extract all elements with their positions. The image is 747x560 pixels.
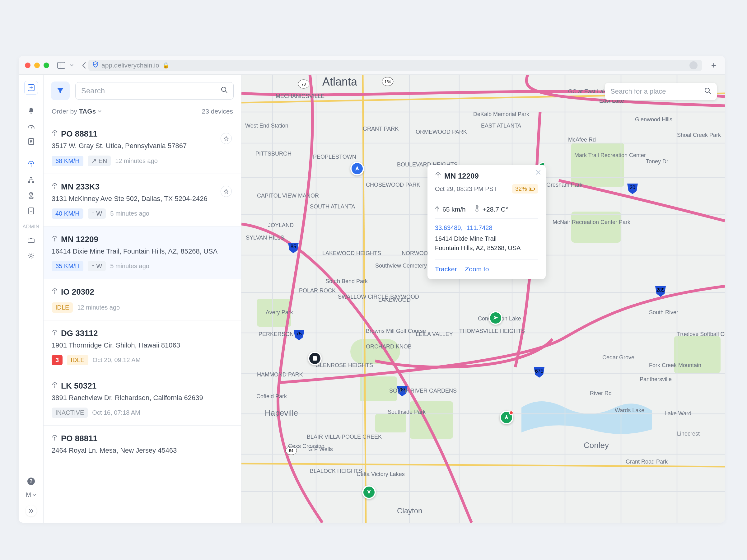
device-search-input[interactable] <box>81 86 221 95</box>
time-ago: Oct 16, 07:18 AM <box>92 409 140 416</box>
alert-count-badge: 3 <box>52 355 62 365</box>
svg-line-26 <box>226 91 227 93</box>
svg-text:McNair Recreation Center Park: McNair Recreation Center Park <box>552 219 630 225</box>
speed-tag: 40 KM/H <box>52 208 83 219</box>
nav-geofence[interactable] <box>24 188 38 202</box>
reader-mode-icon[interactable] <box>690 61 698 69</box>
popup-coords[interactable]: 33.63489, -111.7428 <box>435 224 538 231</box>
device-count: 23 devices <box>202 108 233 115</box>
device-search[interactable] <box>75 82 234 100</box>
device-row[interactable]: PO 88811 2464 Royal Ln. Mesa, New Jersey… <box>44 425 241 462</box>
browser-chrome: app.deliverychain.io 🔒 + <box>19 56 725 75</box>
device-id: PO 88811 <box>61 434 97 443</box>
inactive-tag: INACTIVE <box>52 408 88 418</box>
nav-documents[interactable] <box>24 204 38 218</box>
admin-section-label: ADMIN <box>22 224 39 230</box>
map-search-input[interactable] <box>611 87 704 96</box>
svg-text:Clayton: Clayton <box>397 507 422 515</box>
nav-notifications[interactable] <box>24 104 38 117</box>
device-row[interactable]: DG 33112 1901 Thornridge Cir. Shiloh, Ha… <box>44 320 241 373</box>
popup-speed: 65 km/h <box>442 206 466 213</box>
signal-icon <box>52 287 58 297</box>
map-marker-ok[interactable] <box>489 311 503 325</box>
map-marker-south[interactable] <box>362 485 376 499</box>
direction-tag: ↑ W <box>88 261 106 271</box>
nav-admin-devices[interactable] <box>24 233 38 247</box>
time-ago: Oct 20, 09:12 AM <box>93 357 141 364</box>
user-initial: M <box>26 491 31 499</box>
help-button[interactable]: ? <box>24 475 38 488</box>
nav-hierarchy[interactable] <box>24 173 38 187</box>
signal-icon <box>52 129 58 139</box>
battery-badge: 32% <box>512 184 538 194</box>
svg-text:LEILA VALLEY: LEILA VALLEY <box>416 331 453 337</box>
maximize-window-icon[interactable] <box>44 62 49 68</box>
order-by-toggle[interactable]: Order by TAGs <box>52 108 101 115</box>
device-row[interactable]: IO 20302 IDLE12 minutes ago <box>44 279 241 320</box>
svg-text:Toney Dr: Toney Dr <box>646 158 668 164</box>
svg-text:THOMASVILLE HEIGHTS: THOMASVILLE HEIGHTS <box>459 328 525 334</box>
map-marker-stopped[interactable] <box>308 352 322 365</box>
time-ago: 5 minutes ago <box>110 210 149 217</box>
add-button[interactable] <box>24 81 38 95</box>
filter-button[interactable] <box>51 81 70 100</box>
sidebar-toggle-icon[interactable] <box>57 62 73 69</box>
minimize-window-icon[interactable] <box>34 62 40 68</box>
nav-tracking[interactable] <box>24 157 38 171</box>
nav-dashboard[interactable] <box>24 119 38 133</box>
site-shield-icon <box>93 61 98 69</box>
device-row[interactable]: LK 50321 3891 Ranchview Dr. Richardson, … <box>44 373 241 425</box>
device-row[interactable]: PO 88811 3517 W. Gray St. Utica, Pennsyl… <box>44 121 241 174</box>
device-address: 3891 Ranchview Dr. Richardson, Californi… <box>52 394 233 402</box>
order-by-value: TAGs <box>79 108 96 115</box>
svg-text:285: 285 <box>656 287 665 293</box>
popup-zoom-link[interactable]: Zoom to <box>465 265 489 273</box>
svg-text:Hapeville: Hapeville <box>265 408 298 417</box>
device-address: 3517 W. Gray St. Utica, Pennsylvania 578… <box>52 142 233 150</box>
svg-text:LAKEWOOD HEIGHTS: LAKEWOOD HEIGHTS <box>322 250 381 256</box>
device-address: 16414 Dixie Mine Trail, Fountain Hills, … <box>52 247 233 255</box>
new-tab-button[interactable]: + <box>709 60 719 70</box>
svg-point-37 <box>54 384 55 385</box>
user-menu[interactable]: M <box>26 491 36 499</box>
svg-text:West End Station: West End Station <box>245 123 288 129</box>
svg-text:Southside Park: Southside Park <box>388 409 426 415</box>
svg-text:SYLVAN HILLS: SYLVAN HILLS <box>246 235 284 241</box>
map-search[interactable] <box>605 83 717 100</box>
device-row[interactable]: MN 233K3 3131 McKinney Ave Ste 502, Dall… <box>44 174 241 226</box>
svg-rect-45 <box>571 143 624 187</box>
svg-point-33 <box>54 290 55 291</box>
device-row[interactable]: MN 12209 16414 Dixie Mine Trail, Fountai… <box>44 226 241 279</box>
map-canvas[interactable]: 85 75 285 675 20 285 78 154 155 54 Atlan… <box>241 75 725 523</box>
pin-button[interactable] <box>221 186 232 197</box>
svg-text:BLALOCK HEIGHTS: BLALOCK HEIGHTS <box>310 468 362 474</box>
nav-reports[interactable] <box>24 135 38 148</box>
pin-button[interactable] <box>221 133 232 144</box>
url-bar[interactable]: app.deliverychain.io 🔒 <box>88 60 702 71</box>
svg-text:LAKEWOOD: LAKEWOOD <box>378 297 411 303</box>
device-sidebar: Order by TAGs 23 devices PO 88811 3517 W… <box>44 75 241 523</box>
popup-tracker-link[interactable]: Tracker <box>435 265 457 273</box>
popup-temp: +28.7 C° <box>483 206 508 213</box>
svg-text:BLAIR VILLA-POOLE CREEK: BLAIR VILLA-POOLE CREEK <box>307 434 382 440</box>
svg-line-146 <box>709 92 711 94</box>
map-marker-alert[interactable] <box>500 411 513 424</box>
svg-text:Linecrest: Linecrest <box>677 431 700 437</box>
signal-icon <box>52 381 58 391</box>
map-marker-active[interactable] <box>350 162 364 176</box>
device-id: DG 33112 <box>61 329 98 338</box>
signal-icon <box>52 434 58 443</box>
thermometer-icon <box>474 205 480 213</box>
svg-text:ORMEWOOD PARK: ORMEWOOD PARK <box>416 129 467 135</box>
direction-tag: ↑ W <box>88 208 106 219</box>
nav-settings[interactable] <box>24 249 38 262</box>
svg-text:South River: South River <box>649 309 678 315</box>
svg-text:Southview Cemetery: Southview Cemetery <box>375 262 427 269</box>
browser-back-icon[interactable] <box>80 61 88 70</box>
close-popup-button[interactable] <box>535 169 541 177</box>
svg-point-27 <box>54 132 55 133</box>
svg-text:PEOPLESTOWN: PEOPLESTOWN <box>313 154 356 160</box>
expand-rail-button[interactable] <box>26 505 37 516</box>
close-window-icon[interactable] <box>25 62 30 68</box>
svg-text:DeKalb Memorial Park: DeKalb Memorial Park <box>473 111 530 117</box>
